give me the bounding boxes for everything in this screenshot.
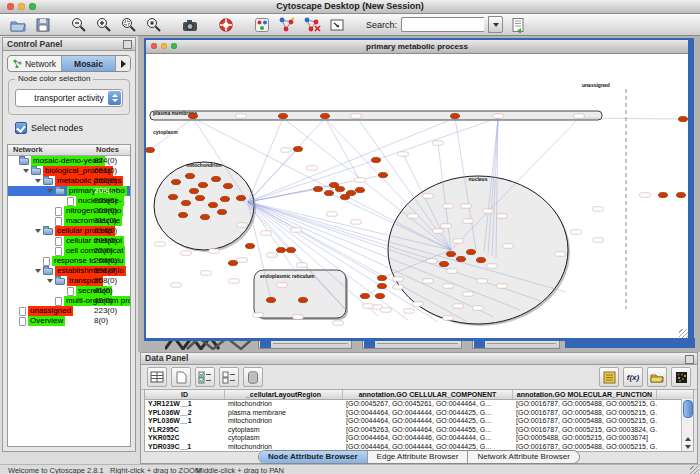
- tab-overflow-button[interactable]: [116, 56, 130, 71]
- network-node[interactable]: [678, 116, 687, 121]
- network-node-label[interactable]: [155, 242, 166, 246]
- network-node-label[interactable]: [408, 214, 419, 218]
- zoom-fit-icon[interactable]: [144, 16, 164, 34]
- network-node[interactable]: [476, 257, 485, 262]
- network-node-label[interactable]: [447, 269, 458, 273]
- attribute-browser-tab[interactable]: Edge Attribute Browser: [368, 451, 469, 463]
- tree-expand-icon[interactable]: [35, 179, 41, 183]
- network-node[interactable]: [211, 176, 220, 181]
- network-node[interactable]: [329, 182, 338, 187]
- tree-row[interactable]: transport558(0): [8, 276, 130, 286]
- table-column-header[interactable]: annotation.GO MOLECULAR_FUNCTION: [513, 390, 657, 399]
- attribute-ledger-icon[interactable]: [599, 367, 619, 387]
- network-node-label[interactable]: [497, 284, 508, 288]
- network-node-label[interactable]: [593, 238, 604, 242]
- network-node-label[interactable]: [503, 244, 514, 248]
- tree-row[interactable]: mosaic-demo-yeast874(0): [8, 156, 130, 166]
- region-mitochondrion[interactable]: [154, 162, 254, 250]
- network-node[interactable]: [220, 196, 229, 201]
- tree-row[interactable]: establishment of lo558(0): [8, 266, 130, 276]
- network-node-label[interactable]: [640, 193, 651, 197]
- network-node[interactable]: [320, 113, 329, 118]
- tree-row[interactable]: primary metabo209(...: [8, 186, 130, 196]
- network-node-label[interactable]: [236, 114, 247, 118]
- attribute-browser-tab[interactable]: Network Attribute Browser: [468, 451, 578, 463]
- tree-expand-icon[interactable]: [23, 169, 29, 173]
- network-node-label[interactable]: [327, 212, 338, 216]
- network-node-label[interactable]: [261, 231, 272, 235]
- network-node-label[interactable]: [209, 249, 220, 253]
- network-node[interactable]: [266, 297, 275, 302]
- network-node-label[interactable]: [237, 258, 248, 262]
- network-node-label[interactable]: [487, 264, 498, 268]
- network-node-label[interactable]: [555, 252, 566, 256]
- tree-row[interactable]: nucleobase-209(0): [8, 196, 130, 206]
- network-node[interactable]: [188, 113, 197, 118]
- network-node-label[interactable]: [171, 283, 182, 287]
- network-node[interactable]: [185, 173, 194, 178]
- network-node[interactable]: [278, 113, 287, 118]
- scroll-up-icon[interactable]: [684, 435, 691, 442]
- network-node[interactable]: [360, 293, 369, 298]
- float-panel-icon[interactable]: [123, 40, 132, 49]
- minimize-view-button[interactable]: [161, 43, 167, 49]
- tree-row[interactable]: secretion41(0): [8, 286, 130, 296]
- tree-row[interactable]: response to stimulu264(0): [8, 256, 130, 266]
- network-node[interactable]: [171, 179, 180, 184]
- region-plasma-membrane[interactable]: [150, 111, 602, 120]
- network-node[interactable]: [658, 192, 667, 197]
- network-node-label[interactable]: [229, 279, 240, 283]
- network-node[interactable]: [217, 209, 226, 214]
- table-vertical-scrollbar[interactable]: [681, 399, 693, 451]
- function-builder-icon[interactable]: f(x): [623, 367, 643, 387]
- network-node[interactable]: [324, 190, 333, 195]
- minimize-window-button[interactable]: [18, 3, 25, 10]
- network-node-label[interactable]: [351, 114, 362, 118]
- table-row[interactable]: YKR052Ccytoplasm[GO:0044464, GO:0044446,…: [145, 434, 693, 443]
- zoom-in-icon[interactable]: [94, 16, 114, 34]
- network-node-label[interactable]: [433, 229, 444, 233]
- network-node-label[interactable]: [423, 194, 434, 198]
- close-view-button[interactable]: [151, 43, 157, 49]
- network-node-label[interactable]: [237, 223, 248, 227]
- table-row[interactable]: YPL036W__1mitochondrion[GO:0044464, GO:0…: [145, 417, 693, 426]
- network-node-label[interactable]: [453, 239, 464, 243]
- network-node-label[interactable]: [497, 214, 508, 218]
- scrollbar-thumb[interactable]: [683, 400, 693, 418]
- app-resize-grip[interactable]: [690, 466, 699, 474]
- table-row[interactable]: YJR121W__1mitochondrion[GO:0045267, GO:0…: [145, 400, 693, 409]
- vizmapper-icon[interactable]: [252, 16, 272, 34]
- tree-row[interactable]: multi-organism pro42(0): [8, 296, 130, 306]
- network-node[interactable]: [313, 186, 322, 191]
- network-node[interactable]: [236, 195, 245, 200]
- matrix-view-icon[interactable]: [671, 367, 691, 387]
- network-node[interactable]: [466, 249, 475, 254]
- network-node-label[interactable]: [477, 279, 488, 283]
- network-node-label[interactable]: [253, 313, 264, 317]
- network-node-label[interactable]: [441, 224, 452, 228]
- network-node-label[interactable]: [267, 253, 278, 257]
- network-node-label[interactable]: [463, 219, 474, 223]
- select-all-icon[interactable]: [195, 367, 215, 387]
- tab-mosaic[interactable]: Mosaic: [62, 56, 116, 71]
- network-node-label[interactable]: [293, 315, 304, 319]
- network-node[interactable]: [371, 157, 380, 162]
- network-node-label[interactable]: [473, 306, 484, 310]
- network-node[interactable]: [198, 182, 207, 187]
- network-node[interactable]: [377, 283, 386, 288]
- table-row[interactable]: YLR295Ccytoplasm[GO:0045263, GO:0044464,…: [145, 426, 693, 435]
- network-node-label[interactable]: [333, 321, 344, 325]
- tab-network[interactable]: Network: [8, 56, 62, 71]
- zoom-window-button[interactable]: [29, 3, 36, 10]
- network-node-label[interactable]: [413, 302, 424, 306]
- window-resize-grip[interactable]: [679, 329, 688, 338]
- network-node[interactable]: [228, 260, 237, 265]
- tree-row[interactable]: cellular process614(0): [8, 226, 130, 236]
- network-node-label[interactable]: [433, 141, 444, 145]
- network-node[interactable]: [293, 146, 302, 151]
- destroy-view-icon[interactable]: [302, 16, 322, 34]
- view-settings-icon[interactable]: [327, 16, 347, 34]
- attribute-browser-tab[interactable]: Node Attribute Browser: [259, 451, 368, 463]
- close-window-button[interactable]: [7, 3, 14, 10]
- network-node-label[interactable]: [393, 285, 404, 289]
